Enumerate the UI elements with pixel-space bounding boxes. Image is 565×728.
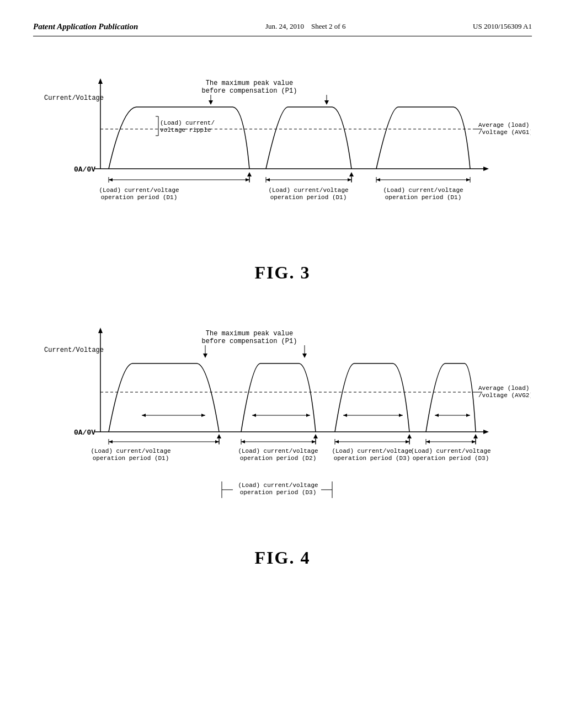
svg-marker-55 xyxy=(109,440,113,443)
figure-4-svg: Current/Voltage 0A/0V The maximum peak v… xyxy=(34,299,531,542)
fig4-period-d3-bot-label2: operation period (D3) xyxy=(240,489,317,496)
svg-marker-19 xyxy=(247,172,252,176)
fig4-period-d2-label2: operation period (D2) xyxy=(240,455,317,462)
fig3-avg-label2: /voltage (AVG1) xyxy=(478,129,531,136)
svg-marker-51 xyxy=(435,414,439,417)
fig3-period-d1-1-label1: (Load) current/voltage xyxy=(99,187,179,194)
figure-3-container: Current/Voltage 0A/0V The maximum peak v… xyxy=(33,47,532,283)
header-publication-type: Patent Application Publication xyxy=(33,22,138,31)
fig3-period-d1-3-label2: operation period (D1) xyxy=(385,194,462,201)
svg-marker-43 xyxy=(201,414,205,417)
fig3-period-d1-1-label2: operation period (D1) xyxy=(101,194,178,201)
figure-4-container: Current/Voltage 0A/0V The maximum peak v… xyxy=(33,299,532,568)
fig3-y-label: Current/Voltage xyxy=(44,94,104,102)
svg-marker-76 xyxy=(426,440,430,443)
fig4-y-label: Current/Voltage xyxy=(44,346,104,354)
svg-marker-8 xyxy=(324,100,329,105)
svg-marker-74 xyxy=(407,434,412,438)
svg-marker-60 xyxy=(217,434,221,438)
fig3-max-peak-title2: before compensation (P1) xyxy=(202,87,297,95)
fig3-ripple-label1: (Load) current/ xyxy=(160,120,215,126)
svg-marker-46 xyxy=(306,414,310,417)
page-header: Patent Application Publication Jun. 24, … xyxy=(33,22,532,36)
svg-marker-52 xyxy=(466,414,470,417)
fig4-max-peak-title1: The maximum peak value xyxy=(206,330,293,338)
fig4-label: FIG. 4 xyxy=(33,548,532,568)
svg-marker-29 xyxy=(466,178,470,181)
svg-marker-26 xyxy=(349,172,354,176)
fig3-avg-label1: Average (load) current xyxy=(478,122,531,129)
svg-marker-77 xyxy=(472,440,476,443)
svg-marker-21 xyxy=(266,178,270,181)
fig3-zero-label: 0A/0V xyxy=(74,165,95,174)
fig4-period-d3-1-label1: (Load) current/voltage xyxy=(332,448,412,454)
svg-marker-15 xyxy=(246,178,249,181)
fig3-period-d1-2-label2: operation period (D1) xyxy=(270,194,347,201)
svg-marker-6 xyxy=(209,100,213,105)
fig4-period-d3-1-label2: operation period (D3) xyxy=(334,455,411,462)
fig3-label: FIG. 3 xyxy=(33,263,532,283)
fig4-period-d2-label1: (Load) current/voltage xyxy=(238,448,318,454)
fig4-period-d1-label2: operation period (D1) xyxy=(93,455,169,462)
fig4-period-d3-2-label1: (Load) current/voltage xyxy=(411,448,491,454)
svg-marker-49 xyxy=(399,414,403,417)
fig4-period-d1-label1: (Load) current/voltage xyxy=(90,448,170,454)
svg-marker-28 xyxy=(376,178,380,181)
svg-marker-67 xyxy=(313,434,318,438)
fig4-period-d3-bot-label1: (Load) current/voltage xyxy=(238,482,318,489)
svg-marker-63 xyxy=(312,440,316,443)
fig3-ripple-label2: voltage ripple xyxy=(160,127,211,133)
fig4-period-d3-2-label2: operation period (D3) xyxy=(413,455,489,462)
svg-marker-14 xyxy=(109,178,113,181)
fig3-period-d1-2-label1: (Load) current/voltage xyxy=(268,187,348,194)
svg-marker-42 xyxy=(142,414,146,417)
svg-marker-62 xyxy=(241,440,245,443)
svg-marker-45 xyxy=(252,414,256,417)
fig3-max-peak-title1: The maximum peak value xyxy=(206,79,293,87)
svg-marker-1 xyxy=(98,78,103,84)
svg-marker-22 xyxy=(348,178,351,181)
svg-marker-48 xyxy=(343,414,347,417)
fig4-avg-label1: Average (load) current xyxy=(478,385,531,392)
svg-marker-70 xyxy=(406,440,409,443)
fig4-max-peak-title2: before compensation (P1) xyxy=(202,338,297,345)
header-date-sheet: Jun. 24, 2010 Sheet 2 of 6 xyxy=(265,22,346,31)
figure-3-svg: Current/Voltage 0A/0V The maximum peak v… xyxy=(34,47,531,257)
svg-marker-56 xyxy=(215,440,219,443)
svg-marker-3 xyxy=(483,167,489,171)
fig4-avg-label2: /voltage (AVG2) xyxy=(478,392,531,399)
fig3-period-d1-3-label1: (Load) current/voltage xyxy=(383,187,463,194)
svg-marker-40 xyxy=(302,354,307,358)
svg-marker-33 xyxy=(98,328,103,333)
header-patent-number: US 2010/156309 A1 xyxy=(473,22,532,31)
svg-marker-35 xyxy=(483,430,489,434)
svg-marker-81 xyxy=(473,434,478,438)
svg-marker-38 xyxy=(203,354,207,358)
fig4-zero-label: 0A/0V xyxy=(74,429,95,437)
svg-marker-69 xyxy=(335,440,339,443)
page: Patent Application Publication Jun. 24, … xyxy=(0,0,565,728)
